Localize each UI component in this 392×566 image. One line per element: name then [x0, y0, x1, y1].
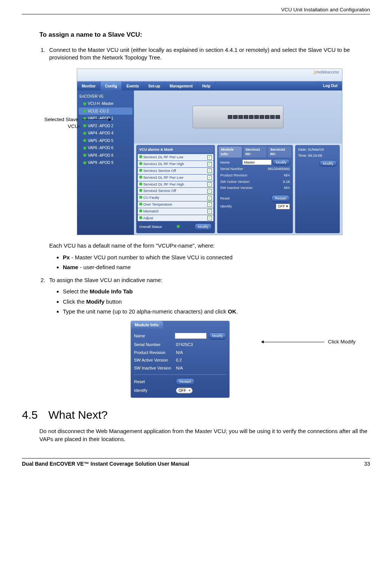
tree-root[interactable]: EnCOVER VE	[79, 93, 132, 100]
logout-button[interactable]: Log Out	[318, 81, 342, 90]
checkbox-icon[interactable]: ✓	[207, 182, 212, 187]
heading-what-next: 4.5What Next?	[22, 409, 370, 421]
modify-overall-button[interactable]: Modify	[194, 223, 212, 231]
status-dot-icon	[139, 169, 142, 172]
bullet-select-module-info: Select the Module Info Tab	[63, 288, 370, 295]
name-input[interactable]	[243, 160, 271, 165]
alarm-row: Mismatch✓	[138, 208, 213, 215]
footer-title: Dual Band EnCOVER VE™ Instant Coverage S…	[22, 461, 189, 467]
alarm-row: Service1 DL RF Pwr High✓	[138, 161, 213, 167]
checkbox-icon[interactable]: ✓	[207, 216, 212, 220]
tab-config[interactable]: Config	[101, 81, 122, 90]
sw-inactive-label: SW Inactive Version	[220, 186, 252, 190]
step-2-intro: To assign the Slave VCU an indicative na…	[49, 277, 162, 283]
panel-alarms: VCU alarms & Mask Service1 DL RF Pwr Low…	[136, 145, 215, 234]
date-value: 31/Mar/10	[308, 147, 324, 151]
tab-help[interactable]: Help	[198, 81, 215, 90]
arrow-left-icon	[261, 340, 264, 343]
module-info-tab[interactable]: Module Info:	[131, 321, 163, 329]
status-dot-icon	[139, 189, 142, 192]
tab-events[interactable]: Events	[122, 81, 144, 90]
date-label: Date:	[298, 147, 307, 151]
mi-identify-label: Identify	[134, 388, 174, 393]
app-window: ))mobileaccess Monitor Config Events Set…	[77, 69, 342, 235]
status-dot-icon	[139, 182, 142, 186]
page-footer: Dual Band EnCOVER VE™ Instant Coverage S…	[22, 458, 370, 467]
status-dot-icon	[83, 139, 86, 142]
mi-sw-active-value: 0.2	[176, 357, 226, 363]
tree-vap5[interactable]: VAP5 -APOD 5	[79, 137, 132, 145]
checkbox-icon[interactable]: ✓	[207, 155, 212, 160]
mi-modify-button[interactable]: Modify	[209, 332, 226, 340]
identify-select[interactable]: OFF ▾	[276, 204, 290, 209]
status-dot-icon	[83, 154, 86, 157]
device-icon	[193, 106, 283, 128]
tab-module-info[interactable]: Module Info:	[219, 147, 242, 158]
topology-tree: EnCOVER VE VCU-H -Master VCU2 -CU 2 VAP1…	[77, 90, 134, 235]
modify-name-button[interactable]: Modify	[272, 159, 290, 165]
name-label: Name	[220, 160, 230, 165]
mi-product-rev-label: Product Revision	[134, 350, 174, 356]
mi-name-label: Name	[134, 333, 173, 339]
figure-module-info-panel: Click Modify Module Info: Name Modify Se…	[49, 321, 370, 398]
checkbox-icon[interactable]: ✓	[207, 162, 212, 167]
serial-label: Serial Number	[220, 167, 243, 172]
restart-button[interactable]: Restart	[271, 195, 290, 202]
time-value: 08:19:09	[308, 153, 322, 157]
bullet-click-modify: Click the Modify button	[63, 298, 370, 306]
tree-vcu-master[interactable]: VCU-H -Master	[79, 100, 132, 108]
callout-left-line1: Selected Slave	[44, 117, 78, 122]
status-dot-icon	[139, 196, 142, 199]
status-dot-icon	[83, 132, 86, 135]
tab-management[interactable]: Management	[165, 81, 198, 90]
logo-mobileaccess: ))mobileaccess	[314, 70, 339, 75]
tab-setup[interactable]: Set-up	[144, 81, 165, 90]
status-dot-icon	[139, 203, 142, 206]
status-dot-icon	[139, 176, 142, 179]
arrow-right-icon	[109, 118, 111, 121]
tree-vap4[interactable]: VAP4 -APOD 4	[79, 129, 132, 137]
checkbox-icon[interactable]: ✓	[207, 196, 212, 200]
tree-vap8[interactable]: VAP8 -APOD 8	[79, 152, 132, 159]
tab-monitor[interactable]: Monitor	[77, 81, 101, 90]
page-number: 33	[364, 461, 370, 467]
reset-label: Reset	[220, 196, 230, 201]
alarm-row: Adjust✓	[138, 215, 213, 221]
callout-selected-slave: Selected Slave VCU-	[13, 116, 111, 130]
app-header: ))mobileaccess	[77, 69, 342, 81]
mi-name-input[interactable]	[175, 333, 207, 339]
mi-sw-active-label: SW Active Version	[134, 357, 174, 363]
mi-serial-value: 07425C3	[176, 342, 226, 348]
para-default-name: Each VCU has a default name of the form …	[49, 242, 370, 249]
checkbox-icon[interactable]: ✓	[207, 202, 212, 207]
status-dot-icon	[139, 209, 142, 212]
mi-identify-select[interactable]: OFF	[176, 388, 193, 394]
callout-arrow-line	[82, 119, 109, 120]
product-rev-label: Product Revision	[220, 173, 247, 178]
serial-value: 55133455992	[268, 167, 290, 172]
checkbox-icon[interactable]: ✓	[207, 168, 212, 173]
tab-service1-rf[interactable]: Service1 RF:	[243, 147, 267, 158]
status-dot-icon	[83, 109, 86, 112]
checkbox-icon[interactable]: ✓	[207, 189, 212, 193]
step-1: Connect to the Master VCU unit (either l…	[47, 46, 370, 271]
status-dot-icon	[139, 155, 142, 158]
mi-sw-inactive-value: N/A	[176, 365, 226, 371]
sw-inactive-value: N/A	[284, 186, 290, 190]
status-dot-icon	[177, 225, 180, 228]
checkbox-icon[interactable]: ✓	[207, 175, 212, 180]
alarm-row: Service1 DL RF Pwr Low✓	[138, 154, 213, 161]
tree-vcu2-selected[interactable]: VCU2 -CU 2	[79, 108, 132, 115]
tab-service2-rf[interactable]: Service2 RF:	[268, 147, 291, 158]
modify-datetime-button[interactable]: Modify	[319, 160, 337, 167]
mi-restart-button[interactable]: Restart	[176, 378, 194, 385]
step-1-text: Connect to the Master VCU unit (either l…	[49, 47, 350, 61]
overall-status-label: Overall Status	[139, 225, 162, 229]
tree-vap6[interactable]: VAP6 -APOD 6	[79, 144, 132, 152]
task-heading: To assign a name to a Slave VCU:	[39, 31, 370, 39]
mi-serial-label: Serial Number	[134, 342, 174, 348]
tree-vap9[interactable]: VAP9 -APOD 9	[79, 159, 132, 167]
checkbox-icon[interactable]: ✓	[207, 209, 212, 214]
bullet-type-name: Type the unit name (up to 20 alpha-numer…	[63, 308, 370, 315]
alarm-row: Service2 Service Off✓	[138, 188, 213, 194]
